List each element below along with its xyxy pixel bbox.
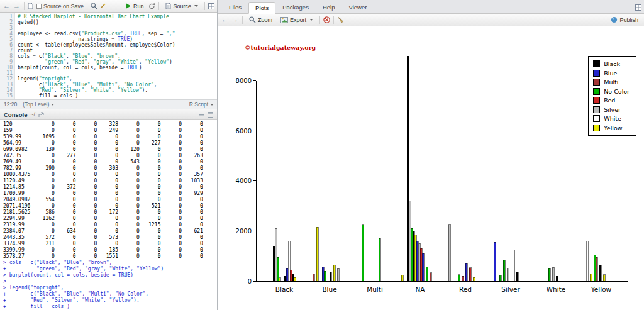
line-number: 15 — [0, 93, 13, 99]
code-line[interactable]: cols = c("Black", "Blue", "brown", — [18, 53, 217, 59]
y-tick-label: 8000 — [236, 77, 252, 84]
bar — [284, 276, 286, 281]
back-icon[interactable]: ← — [3, 3, 11, 9]
bar — [409, 201, 411, 281]
forward-icon[interactable]: → — [13, 3, 21, 9]
tab-viewer[interactable]: Viewer — [341, 1, 374, 13]
code-line[interactable]: getwd() — [18, 19, 217, 25]
tab-files[interactable]: Files — [222, 1, 248, 13]
scope-indicator[interactable]: (Top Level) — [23, 101, 54, 108]
remove-plot-icon[interactable] — [323, 16, 330, 23]
console-working-dir: ~/ — [30, 111, 35, 118]
legend-item: Black — [593, 60, 630, 67]
zoom-icon — [249, 16, 256, 23]
console-output-line: 2443.35 572 0 0 573 0 0 0 0 — [3, 235, 217, 241]
panes-layout-icon[interactable] — [208, 3, 214, 9]
code-line[interactable]: # R Stacked Barplot - Horizontal Bar Cha… — [18, 14, 217, 19]
bar — [413, 231, 414, 281]
code-editor[interactable]: 123456789101112131415 # R Stacked Barplo… — [0, 13, 217, 99]
maximize-pane-icon[interactable] — [208, 112, 213, 118]
bar — [599, 265, 601, 281]
bar — [420, 248, 422, 281]
panes-layout-icon[interactable] — [635, 4, 641, 11]
tab-help[interactable]: Help — [316, 1, 342, 13]
code-line[interactable]: count — [18, 48, 217, 53]
toolbar-divider — [319, 16, 320, 24]
bar — [465, 263, 467, 281]
open-in-window-icon[interactable] — [38, 112, 44, 118]
console-output-line: 159 0 0 0 249 0 0 0 0 — [3, 128, 217, 134]
legend-label: Multi — [604, 79, 618, 86]
left-column: ← → Source on Save — [0, 0, 218, 310]
code-line[interactable]: fill = cols ) — [18, 93, 217, 99]
publish-button[interactable]: Publish — [608, 16, 641, 24]
export-button[interactable]: Export — [277, 16, 316, 24]
code-line[interactable]: barplot(count, col = cols, beside = TRUE… — [18, 65, 217, 70]
bar — [313, 274, 314, 281]
legend-label: White — [604, 115, 621, 122]
bar — [513, 250, 514, 281]
file-type-selector[interactable]: R Script — [189, 101, 213, 108]
bar — [290, 270, 292, 281]
editor-lines: # R Stacked Barplot - Horizontal Bar Cha… — [15, 13, 217, 99]
line-number: 12 — [0, 76, 13, 82]
code-line[interactable] — [18, 25, 217, 31]
legend-label: Black — [604, 60, 620, 67]
bar — [430, 273, 431, 281]
x-category-label: Silver — [501, 285, 520, 293]
zoom-button[interactable]: Zoom — [246, 16, 275, 24]
search-icon[interactable] — [91, 3, 97, 9]
rerun-icon[interactable] — [148, 3, 155, 9]
code-line[interactable]: , na.strings = TRUE) — [18, 36, 217, 42]
legend-label: Blue — [604, 70, 617, 77]
source-button[interactable]: Source — [162, 2, 201, 10]
line-number: 4 — [0, 31, 13, 36]
minimize-pane-icon[interactable] — [199, 112, 204, 118]
chevron-down-icon — [309, 19, 313, 21]
legend-label: Yellow — [604, 125, 622, 131]
bar — [548, 268, 550, 281]
next-plot-icon[interactable]: → — [231, 16, 239, 23]
source-on-save-checkbox[interactable] — [36, 4, 42, 9]
code-line[interactable]: c("Black", "Blue", "Multi", "No Color", — [18, 82, 217, 87]
code-line[interactable]: employee <- read.csv("Products.csv", TRU… — [18, 31, 217, 36]
bar — [277, 257, 279, 281]
x-category-label: Red — [459, 285, 472, 293]
legend-swatch — [593, 106, 600, 113]
console-output-line: 3578.27 0 0 0 1551 0 0 0 0 — [3, 253, 217, 260]
console-input-line: > — [3, 279, 217, 285]
code-line[interactable]: legend("topright", — [18, 76, 217, 82]
popout-icon[interactable] — [28, 3, 33, 9]
run-button[interactable]: Run — [123, 3, 147, 10]
chevron-down-icon — [52, 104, 54, 106]
legend-item: Silver — [593, 106, 630, 113]
toolbar-divider — [204, 2, 205, 10]
y-tick-label: 6000 — [236, 128, 252, 135]
tab-plots[interactable]: Plots — [248, 2, 275, 14]
chart-legend: BlackBlueMultiNo ColorRedSilverWhiteYell… — [588, 56, 636, 136]
legend-item: Red — [593, 97, 630, 104]
line-number: 8 — [0, 53, 13, 59]
previous-plot-icon[interactable]: ← — [221, 16, 229, 23]
code-line[interactable] — [18, 70, 217, 76]
bar — [503, 260, 505, 281]
barplot-svg: 02000400060008000BlackBlueMultiNARedSilv… — [218, 26, 644, 310]
bar — [324, 271, 326, 281]
tab-packages[interactable]: Packages — [275, 1, 316, 13]
line-number: 3 — [0, 25, 13, 31]
x-category-label: Black — [275, 285, 294, 293]
editor-statusbar: 12:20 (Top Level) R Script — [0, 99, 217, 109]
bar — [494, 242, 496, 281]
bar — [426, 267, 428, 281]
code-line[interactable]: "green", "Red", "gray", "White", "Yellow… — [18, 59, 217, 65]
code-line[interactable]: "Red", "Silver", "White", "Yellow"), — [18, 87, 217, 93]
line-number: 2 — [0, 19, 13, 25]
code-line[interactable]: count <- table(employee$SalesAmount, emp… — [18, 42, 217, 48]
clear-all-plots-icon[interactable] — [337, 16, 345, 23]
source-pane: ← → Source on Save — [0, 0, 217, 109]
magic-wand-icon[interactable] — [99, 3, 106, 9]
legend-swatch — [593, 79, 600, 86]
bar — [552, 267, 554, 281]
console-output[interactable]: 120 0 0 0 328 0 0 0 0159 0 0 0 249 0 0 0… — [0, 120, 217, 310]
bar — [401, 275, 403, 281]
